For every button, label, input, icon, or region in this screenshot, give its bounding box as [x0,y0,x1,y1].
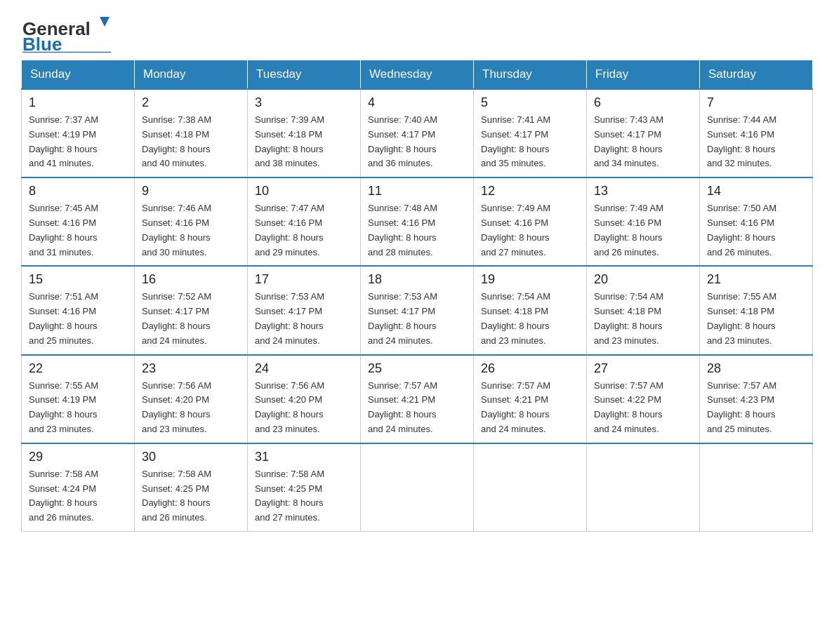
day-number: 9 [142,184,240,199]
calendar-cell: 5 Sunrise: 7:41 AM Sunset: 4:17 PM Dayli… [474,89,587,177]
calendar-cell: 7 Sunrise: 7:44 AM Sunset: 4:16 PM Dayli… [700,89,813,177]
day-number: 21 [707,272,805,287]
day-number: 20 [594,272,692,287]
day-info: Sunrise: 7:37 AM Sunset: 4:19 PM Dayligh… [29,113,127,171]
day-info: Sunrise: 7:49 AM Sunset: 4:16 PM Dayligh… [481,201,579,260]
svg-marker-1 [100,17,110,27]
day-info: Sunrise: 7:51 AM Sunset: 4:16 PM Dayligh… [29,290,127,348]
calendar-table: SundayMondayTuesdayWednesdayThursdayFrid… [21,60,813,532]
day-info: Sunrise: 7:41 AM Sunset: 4:17 PM Dayligh… [481,113,579,171]
calendar-week-3: 15 Sunrise: 7:51 AM Sunset: 4:16 PM Dayl… [22,266,813,354]
calendar-cell: 24 Sunrise: 7:56 AM Sunset: 4:20 PM Dayl… [248,355,361,443]
calendar-cell: 25 Sunrise: 7:57 AM Sunset: 4:21 PM Dayl… [361,355,474,443]
day-number: 15 [29,272,127,287]
calendar-cell: 1 Sunrise: 7:37 AM Sunset: 4:19 PM Dayli… [22,89,135,177]
day-number: 22 [29,361,127,376]
day-number: 5 [481,95,579,110]
day-number: 4 [368,95,466,110]
header-sunday: Sunday [22,60,135,90]
day-info: Sunrise: 7:40 AM Sunset: 4:17 PM Dayligh… [368,113,466,171]
calendar-week-1: 1 Sunrise: 7:37 AM Sunset: 4:19 PM Dayli… [22,89,813,177]
calendar-cell: 13 Sunrise: 7:49 AM Sunset: 4:16 PM Dayl… [587,177,700,266]
calendar-cell: 3 Sunrise: 7:39 AM Sunset: 4:18 PM Dayli… [248,89,361,177]
day-number: 17 [255,272,353,287]
calendar-cell: 6 Sunrise: 7:43 AM Sunset: 4:17 PM Dayli… [587,89,700,177]
day-info: Sunrise: 7:45 AM Sunset: 4:16 PM Dayligh… [29,201,127,260]
header-saturday: Saturday [700,60,813,90]
calendar-cell: 30 Sunrise: 7:58 AM Sunset: 4:25 PM Dayl… [135,443,248,532]
day-info: Sunrise: 7:58 AM Sunset: 4:25 PM Dayligh… [142,467,240,525]
day-number: 25 [368,361,466,376]
day-info: Sunrise: 7:44 AM Sunset: 4:16 PM Dayligh… [707,113,805,171]
header-thursday: Thursday [474,60,587,90]
calendar-cell: 16 Sunrise: 7:52 AM Sunset: 4:17 PM Dayl… [135,266,248,354]
calendar-cell [700,443,813,532]
day-info: Sunrise: 7:56 AM Sunset: 4:20 PM Dayligh… [255,379,353,437]
day-number: 18 [368,272,466,287]
day-number: 11 [368,184,466,199]
day-number: 8 [29,184,127,199]
day-info: Sunrise: 7:49 AM Sunset: 4:16 PM Dayligh… [594,201,692,260]
day-number: 24 [255,361,353,376]
day-info: Sunrise: 7:38 AM Sunset: 4:18 PM Dayligh… [142,113,240,171]
day-info: Sunrise: 7:57 AM Sunset: 4:21 PM Dayligh… [368,379,466,437]
day-info: Sunrise: 7:43 AM Sunset: 4:17 PM Dayligh… [594,113,692,171]
calendar-cell: 4 Sunrise: 7:40 AM Sunset: 4:17 PM Dayli… [361,89,474,177]
day-number: 2 [142,95,240,110]
calendar-cell: 2 Sunrise: 7:38 AM Sunset: 4:18 PM Dayli… [135,89,248,177]
header-friday: Friday [587,60,700,90]
header-monday: Monday [135,60,248,90]
calendar-cell: 21 Sunrise: 7:55 AM Sunset: 4:18 PM Dayl… [700,266,813,354]
page-header: General Blue [21,14,813,53]
header-tuesday: Tuesday [248,60,361,90]
calendar-cell: 17 Sunrise: 7:53 AM Sunset: 4:17 PM Dayl… [248,266,361,354]
day-info: Sunrise: 7:39 AM Sunset: 4:18 PM Dayligh… [255,113,353,171]
day-info: Sunrise: 7:57 AM Sunset: 4:22 PM Dayligh… [594,379,692,437]
day-number: 1 [29,95,127,110]
calendar-cell: 11 Sunrise: 7:48 AM Sunset: 4:16 PM Dayl… [361,177,474,266]
day-number: 29 [29,450,127,464]
day-number: 14 [707,184,805,199]
day-info: Sunrise: 7:58 AM Sunset: 4:25 PM Dayligh… [255,467,353,525]
calendar-cell: 8 Sunrise: 7:45 AM Sunset: 4:16 PM Dayli… [22,177,135,266]
svg-text:Blue: Blue [22,34,62,53]
day-number: 13 [594,184,692,199]
calendar-cell: 12 Sunrise: 7:49 AM Sunset: 4:16 PM Dayl… [474,177,587,266]
calendar-cell: 28 Sunrise: 7:57 AM Sunset: 4:23 PM Dayl… [700,355,813,443]
day-info: Sunrise: 7:53 AM Sunset: 4:17 PM Dayligh… [368,290,466,348]
day-number: 31 [255,450,353,464]
day-number: 26 [481,361,579,376]
day-info: Sunrise: 7:48 AM Sunset: 4:16 PM Dayligh… [368,201,466,260]
day-info: Sunrise: 7:50 AM Sunset: 4:16 PM Dayligh… [707,201,805,260]
day-info: Sunrise: 7:57 AM Sunset: 4:23 PM Dayligh… [707,379,805,437]
calendar-cell: 27 Sunrise: 7:57 AM Sunset: 4:22 PM Dayl… [587,355,700,443]
day-info: Sunrise: 7:54 AM Sunset: 4:18 PM Dayligh… [481,290,579,348]
calendar-cell: 15 Sunrise: 7:51 AM Sunset: 4:16 PM Dayl… [22,266,135,354]
calendar-cell: 18 Sunrise: 7:53 AM Sunset: 4:17 PM Dayl… [361,266,474,354]
day-info: Sunrise: 7:55 AM Sunset: 4:18 PM Dayligh… [707,290,805,348]
calendar-cell: 22 Sunrise: 7:55 AM Sunset: 4:19 PM Dayl… [22,355,135,443]
day-info: Sunrise: 7:55 AM Sunset: 4:19 PM Dayligh… [29,379,127,437]
day-info: Sunrise: 7:53 AM Sunset: 4:17 PM Dayligh… [255,290,353,348]
calendar-cell: 14 Sunrise: 7:50 AM Sunset: 4:16 PM Dayl… [700,177,813,266]
calendar-cell: 26 Sunrise: 7:57 AM Sunset: 4:21 PM Dayl… [474,355,587,443]
day-info: Sunrise: 7:57 AM Sunset: 4:21 PM Dayligh… [481,379,579,437]
logo-svg: General Blue [21,14,112,53]
day-number: 6 [594,95,692,110]
logo: General Blue [21,14,112,53]
calendar-cell: 29 Sunrise: 7:58 AM Sunset: 4:24 PM Dayl… [22,443,135,532]
day-info: Sunrise: 7:58 AM Sunset: 4:24 PM Dayligh… [29,467,127,525]
day-info: Sunrise: 7:47 AM Sunset: 4:16 PM Dayligh… [255,201,353,260]
day-number: 12 [481,184,579,199]
day-info: Sunrise: 7:52 AM Sunset: 4:17 PM Dayligh… [142,290,240,348]
day-number: 23 [142,361,240,376]
calendar-week-5: 29 Sunrise: 7:58 AM Sunset: 4:24 PM Dayl… [22,443,813,532]
day-number: 27 [594,361,692,376]
calendar-week-4: 22 Sunrise: 7:55 AM Sunset: 4:19 PM Dayl… [22,355,813,443]
day-number: 30 [142,450,240,464]
calendar-cell: 23 Sunrise: 7:56 AM Sunset: 4:20 PM Dayl… [135,355,248,443]
calendar-week-2: 8 Sunrise: 7:45 AM Sunset: 4:16 PM Dayli… [22,177,813,266]
calendar-header-row: SundayMondayTuesdayWednesdayThursdayFrid… [22,60,813,90]
calendar-cell: 19 Sunrise: 7:54 AM Sunset: 4:18 PM Dayl… [474,266,587,354]
calendar-cell [474,443,587,532]
